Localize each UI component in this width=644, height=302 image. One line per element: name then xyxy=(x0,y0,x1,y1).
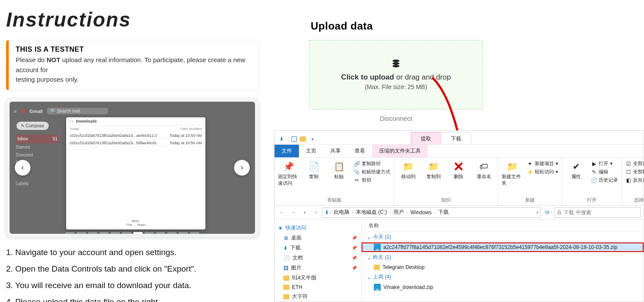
nav-up-button[interactable]: ↑ xyxy=(311,208,321,217)
ribbon-new-folder[interactable]: 📁新建文件夹 xyxy=(502,159,523,186)
invert-icon: ◧ xyxy=(625,177,631,183)
carousel-dots[interactable] xyxy=(6,232,258,234)
svg-point-2 xyxy=(392,65,399,67)
folder-icon[interactable] xyxy=(299,136,306,143)
menu-home[interactable]: 主页 xyxy=(299,145,323,157)
ribbon-group-open: 打开 xyxy=(566,196,618,204)
menu-compressed-tools[interactable]: 压缩的文件夹工具 xyxy=(372,145,428,157)
pin-icon: 📌 xyxy=(352,236,357,240)
explorer-search-input[interactable] xyxy=(554,207,641,218)
copy-to-icon: 📁 xyxy=(427,160,439,173)
alert-line2: testing purposes only. xyxy=(16,76,79,83)
ribbon-select-all[interactable]: ☑全部选择 xyxy=(625,160,644,167)
pin-icon: 📌 xyxy=(352,246,357,250)
page-title: Instructions xyxy=(6,8,259,31)
file-row-selected[interactable]: a2c247ffd77f8a145d71082ef2e4599c4f46ec87… xyxy=(362,242,644,252)
carousel-prev-button[interactable]: ‹ xyxy=(15,160,30,176)
nav-quick-access[interactable]: ★快速访问 xyxy=(275,223,361,233)
alert-body: Please do NOT upload any real informatio… xyxy=(16,55,252,85)
down-arrow-icon[interactable]: ⬇ xyxy=(278,136,285,143)
refresh-button[interactable]: ⟳ xyxy=(543,209,552,216)
nav-downloads[interactable]: ⬇下载📌 xyxy=(275,243,361,253)
menu-view[interactable]: 查看 xyxy=(348,145,372,157)
ribbon-move-to[interactable]: 📁移动到 xyxy=(398,159,419,180)
nav-folder-3[interactable]: 大字符 xyxy=(275,292,361,302)
qat-dropdown-icon[interactable]: ▾ xyxy=(309,136,316,143)
group-yesterday[interactable]: ⌄昨天 (1) xyxy=(362,252,644,263)
easy-access-icon: ⚡ xyxy=(527,169,533,175)
ribbon-select-none[interactable]: ☐全部取消 xyxy=(625,169,644,175)
pin-icon: 📌 xyxy=(282,160,295,173)
ribbon-properties[interactable]: ✔属性 xyxy=(566,159,587,180)
ribbon-history[interactable]: 🕘历史记录 xyxy=(591,177,618,183)
crumb-this-pc[interactable]: 此电脑 xyxy=(332,209,351,216)
nav-folder-eth[interactable]: ETH xyxy=(275,283,361,292)
nav-folder-1[interactable]: 914又牛围 xyxy=(275,273,361,283)
ribbon-copy-button[interactable]: 📄复制 xyxy=(303,159,324,180)
group-today[interactable]: ⌄今天 (1) xyxy=(362,232,644,242)
file-row[interactable]: Vmake_download.zip xyxy=(362,282,644,292)
file-row[interactable]: Telegram Desktop xyxy=(362,263,644,272)
document-icon: 📄 xyxy=(283,255,290,261)
ribbon-pin-button[interactable]: 📌固定到快速访问 xyxy=(278,159,299,186)
nav-forward-button[interactable]: → xyxy=(288,208,298,217)
finder-window: ‹ › Downloads TodayDate Modified c02ccf1… xyxy=(66,117,205,229)
ribbon-rename[interactable]: 🏷重命名 xyxy=(473,159,494,180)
instruction-steps: 1. Navigate to your account and open set… xyxy=(6,248,259,302)
ribbon-invert-selection[interactable]: ◧反向选择 xyxy=(625,177,644,183)
column-header-name[interactable]: 名称 xyxy=(362,220,644,232)
explorer-ribbon: 📌固定到快速访问 📄复制 📋粘贴 🔗复制路径 📎粘贴快捷方式 ✂剪切 剪贴板 📁… xyxy=(275,158,644,206)
ribbon-group-select: 选择 xyxy=(625,196,644,204)
ribbon-cut[interactable]: ✂剪切 xyxy=(354,177,390,183)
contextual-tab-extract[interactable]: 提取 xyxy=(411,132,441,144)
ribbon-new-item[interactable]: ✦新建项目 ▾ xyxy=(527,160,558,167)
carousel-next-button[interactable]: › xyxy=(234,160,250,176)
new-folder-icon: 📁 xyxy=(506,160,518,173)
disconnect-link[interactable]: Disconnect xyxy=(309,115,483,122)
delete-icon xyxy=(453,160,465,173)
history-icon: 🕘 xyxy=(591,177,597,183)
menu-file[interactable]: 文件 xyxy=(275,145,299,157)
nav-pictures[interactable]: 🖼图片📌 xyxy=(275,263,361,273)
paste-icon: 📋 xyxy=(333,160,345,173)
desktop-icon: 🖥 xyxy=(283,235,288,241)
ribbon-group-clipboard: 剪贴板 xyxy=(278,196,390,204)
checkbox-icon[interactable] xyxy=(292,136,297,142)
crumb-downloads[interactable]: 下载 xyxy=(436,209,450,216)
nav-documents[interactable]: 📄文档📌 xyxy=(275,253,361,263)
ribbon-easy-access[interactable]: ⚡轻松访问 ▾ xyxy=(527,169,558,175)
select-none-icon: ☐ xyxy=(625,169,631,175)
select-all-icon: ☑ xyxy=(625,161,631,167)
alert-not: NOT xyxy=(47,56,60,63)
ribbon-paste-button[interactable]: 📋粘贴 xyxy=(329,159,349,180)
crumb-users[interactable]: 用户 xyxy=(392,209,406,216)
properties-icon: ✔ xyxy=(570,160,582,173)
ribbon-copy-to[interactable]: 📁复制到 xyxy=(423,159,444,180)
nav-back-button[interactable]: ← xyxy=(277,208,287,217)
ribbon-paste-shortcut[interactable]: 📎粘贴快捷方式 xyxy=(354,169,390,175)
chevron-down-icon: ⌄ xyxy=(367,255,371,261)
file-explorer-window: ⬇ | ▾ 提取 下载 文件 主页 共享 查看 压缩的文件夹工具 📌固定到快速访… xyxy=(274,130,644,302)
group-lastweek[interactable]: ⌄上周 (4) xyxy=(362,272,644,282)
crumb-c-drive[interactable]: 本地磁盘 (C:) xyxy=(354,209,389,216)
pictures-icon: 🖼 xyxy=(283,265,288,271)
open-icon: ▶ xyxy=(591,161,597,167)
breadcrumb-bar[interactable]: ⬇ › 此电脑› 本地磁盘 (C:)› 用户› Windows› 下载 ▾ xyxy=(322,207,541,218)
menu-share[interactable]: 共享 xyxy=(323,145,348,157)
database-icon xyxy=(392,60,400,70)
ribbon-open[interactable]: ▶打开 ▾ xyxy=(591,160,618,167)
nav-desktop[interactable]: 🖥桌面📌 xyxy=(275,233,361,243)
ribbon-delete[interactable]: 删除 xyxy=(448,159,469,180)
nav-recent-button[interactable]: ▾ xyxy=(300,208,309,217)
step-4: 4. Please upload this data file on the r… xyxy=(6,297,259,302)
step-3: 3. You will receive an email to download… xyxy=(6,281,259,290)
upload-dropzone[interactable]: Click to upload or drag and drop (Max. F… xyxy=(309,40,483,110)
window-title-downloads: 下载 xyxy=(441,132,471,144)
alert-title: THIS IS A TESTNET xyxy=(16,46,252,53)
ribbon-edit[interactable]: ✎编辑 xyxy=(591,169,618,175)
upload-title: Upload data xyxy=(311,20,644,32)
new-item-icon: ✦ xyxy=(527,161,533,167)
edit-icon: ✎ xyxy=(591,169,597,175)
crumb-windows[interactable]: Windows xyxy=(409,209,433,216)
ribbon-copy-path[interactable]: 🔗复制路径 xyxy=(354,160,390,167)
